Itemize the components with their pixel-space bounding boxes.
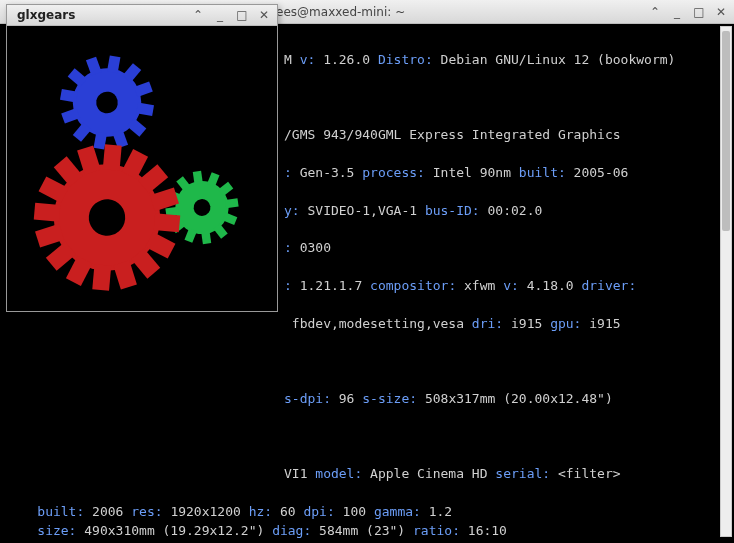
term-key: hz:: [249, 504, 272, 519]
term-text: i915: [503, 316, 550, 331]
svg-rect-5: [134, 81, 153, 97]
term-text: <filter>: [550, 466, 620, 481]
close-icon[interactable]: ✕: [257, 8, 271, 22]
svg-rect-31: [103, 144, 122, 171]
term-key: dri:: [472, 316, 503, 331]
close-icon[interactable]: ✕: [714, 5, 728, 19]
green-gear-icon: [161, 166, 243, 248]
svg-rect-14: [86, 57, 102, 76]
svg-rect-43: [34, 203, 61, 222]
chevron-up-icon[interactable]: ⌃: [648, 5, 662, 19]
term-key: s-dpi:: [284, 391, 331, 406]
glxgears-title: glxgears: [13, 8, 191, 22]
term-text: 96: [331, 391, 362, 406]
term-key: bus-ID:: [425, 203, 480, 218]
svg-rect-46: [77, 146, 101, 175]
term-text: 2005-06: [566, 165, 629, 180]
term-text: 584mm (23"): [311, 523, 413, 538]
svg-rect-38: [113, 260, 137, 289]
term-key: diag:: [272, 523, 311, 538]
term-key: s-size:: [362, 391, 417, 406]
term-key: :: [284, 240, 292, 255]
svg-rect-42: [35, 224, 64, 248]
term-text: 4.18.0: [519, 278, 582, 293]
term-key: v:: [300, 52, 316, 67]
term-text: Apple Cinema HD: [362, 466, 495, 481]
maximize-icon[interactable]: □: [692, 5, 706, 19]
term-key: gamma:: [374, 504, 421, 519]
scrollbar[interactable]: [720, 26, 732, 537]
term-key: built:: [6, 504, 84, 519]
term-text: /GMS 943/940GML Express Integrated Graph…: [284, 127, 621, 142]
term-key: y:: [284, 203, 300, 218]
term-text: 1.21.1.7: [292, 278, 370, 293]
term-key: process:: [362, 165, 425, 180]
term-text: 0300: [292, 240, 331, 255]
term-key: compositor:: [370, 278, 456, 293]
chevron-up-icon[interactable]: ⌃: [191, 8, 205, 22]
term-text: Debian GNU/Linux 12 (bookworm): [433, 52, 676, 67]
term-text: 508x317mm (20.00x12.48"): [417, 391, 613, 406]
svg-rect-17: [193, 171, 203, 185]
maximize-icon[interactable]: □: [235, 8, 249, 22]
svg-rect-11: [61, 108, 80, 124]
term-text: 00:02.0: [480, 203, 543, 218]
term-text: 1.2: [421, 504, 452, 519]
term-key: serial:: [495, 466, 550, 481]
minimize-icon[interactable]: _: [213, 8, 227, 22]
red-gear-icon: [28, 139, 186, 297]
term-text: 2006: [84, 504, 131, 519]
term-text: Gen-3.5: [292, 165, 362, 180]
term-key: size:: [6, 523, 76, 538]
term-text: 490x310mm (19.29x12.2"): [76, 523, 272, 538]
term-key: :: [284, 165, 292, 180]
glxgears-canvas: [7, 26, 277, 311]
term-key: driver:: [581, 278, 636, 293]
term-text: 1.26.0: [315, 52, 378, 67]
glxgears-titlebar[interactable]: glxgears ⌃ _ □ ✕: [7, 5, 277, 26]
svg-rect-23: [201, 230, 211, 244]
term-text: Intel 90nm: [425, 165, 519, 180]
term-text: 16:10: [460, 523, 507, 538]
minimize-icon[interactable]: _: [670, 5, 684, 19]
scrollbar-thumb[interactable]: [722, 31, 730, 231]
term-text: i915: [581, 316, 620, 331]
blue-gear-icon: [53, 48, 161, 156]
term-text: 100: [335, 504, 374, 519]
glxgears-window: glxgears ⌃ _ □ ✕: [6, 4, 278, 312]
term-key: Distro:: [378, 52, 433, 67]
term-key: gpu:: [550, 316, 581, 331]
term-key: res:: [131, 504, 162, 519]
term-key: model:: [315, 466, 362, 481]
term-key: dpi:: [303, 504, 334, 519]
term-key: v:: [503, 278, 519, 293]
term-text: 60: [272, 504, 303, 519]
svg-rect-20: [225, 198, 239, 208]
svg-rect-39: [92, 264, 111, 291]
term-text: VI1: [284, 466, 315, 481]
term-text: xfwm: [456, 278, 503, 293]
svg-rect-35: [154, 213, 181, 232]
term-text: fbdev,modesetting,vesa: [284, 316, 472, 331]
term-text: M: [284, 52, 300, 67]
term-key: ratio:: [413, 523, 460, 538]
term-key: built:: [519, 165, 566, 180]
term-key: :: [284, 278, 292, 293]
term-text: SVIDEO-1,VGA-1: [300, 203, 425, 218]
term-text: 1920x1200: [163, 504, 249, 519]
gears-svg: [7, 26, 277, 311]
